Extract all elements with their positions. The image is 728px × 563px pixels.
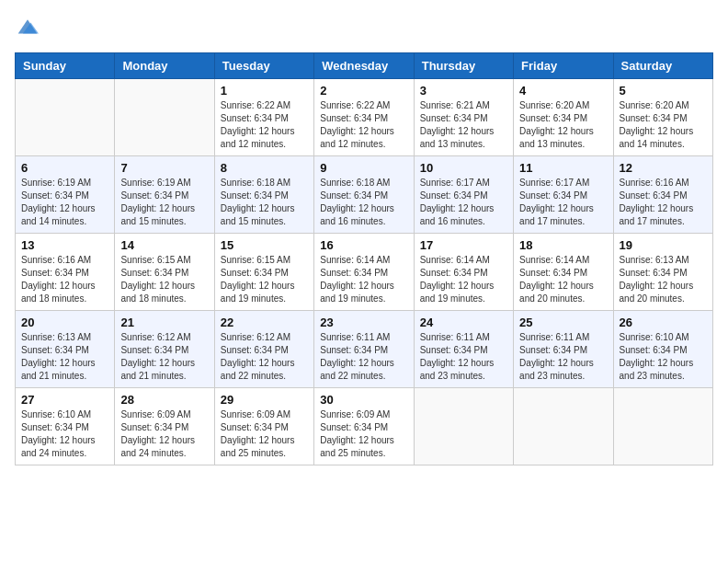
day-number: 26 [620, 316, 707, 329]
day-number: 15 [221, 238, 308, 252]
day-detail: Sunrise: 6:12 AMSunset: 6:34 PMDaylight:… [221, 332, 295, 381]
calendar-header-monday: Monday [115, 53, 214, 79]
calendar-week-row: 13Sunrise: 6:16 AMSunset: 6:34 PMDayligh… [16, 234, 713, 311]
day-detail: Sunrise: 6:19 AMSunset: 6:34 PMDaylight:… [120, 178, 195, 226]
calendar-cell: 25Sunrise: 6:11 AMSunset: 6:34 PMDayligh… [514, 311, 613, 388]
day-number: 18 [519, 238, 607, 252]
calendar-cell: 3Sunrise: 6:21 AMSunset: 6:34 PMDaylight… [414, 79, 513, 156]
calendar-table: SundayMondayTuesdayWednesdayThursdayFrid… [15, 52, 713, 465]
logo-icon [17, 15, 39, 37]
day-number: 28 [120, 393, 208, 407]
calendar-cell: 9Sunrise: 6:18 AMSunset: 6:34 PMDaylight… [314, 156, 414, 234]
calendar-cell: 30Sunrise: 6:09 AMSunset: 6:34 PMDayligh… [314, 388, 414, 465]
calendar-cell: 11Sunrise: 6:17 AMSunset: 6:34 PMDayligh… [514, 156, 613, 234]
day-number: 29 [221, 393, 308, 407]
day-detail: Sunrise: 6:13 AMSunset: 6:34 PMDaylight:… [21, 332, 96, 381]
day-detail: Sunrise: 6:21 AMSunset: 6:34 PMDaylight:… [420, 100, 495, 149]
calendar-cell: 10Sunrise: 6:17 AMSunset: 6:34 PMDayligh… [414, 156, 513, 234]
day-detail: Sunrise: 6:15 AMSunset: 6:34 PMDaylight:… [120, 255, 195, 304]
day-detail: Sunrise: 6:11 AMSunset: 6:34 PMDaylight:… [320, 332, 394, 381]
page-header [15, 15, 713, 41]
calendar-cell: 29Sunrise: 6:09 AMSunset: 6:34 PMDayligh… [214, 388, 313, 465]
day-number: 24 [420, 316, 507, 329]
day-number: 13 [21, 238, 108, 252]
calendar-header-sunday: Sunday [16, 53, 115, 79]
logo-text [15, 15, 39, 41]
calendar-cell: 12Sunrise: 6:16 AMSunset: 6:34 PMDayligh… [613, 156, 712, 234]
day-detail: Sunrise: 6:17 AMSunset: 6:34 PMDaylight:… [519, 178, 594, 226]
day-number: 14 [120, 238, 208, 252]
calendar-cell: 28Sunrise: 6:09 AMSunset: 6:34 PMDayligh… [115, 388, 214, 465]
day-detail: Sunrise: 6:13 AMSunset: 6:34 PMDaylight:… [620, 255, 694, 304]
day-detail: Sunrise: 6:19 AMSunset: 6:34 PMDaylight:… [21, 178, 96, 226]
calendar-cell: 17Sunrise: 6:14 AMSunset: 6:34 PMDayligh… [414, 234, 513, 311]
day-detail: Sunrise: 6:11 AMSunset: 6:34 PMDaylight:… [519, 332, 594, 381]
calendar-cell [514, 388, 613, 465]
calendar-cell: 15Sunrise: 6:15 AMSunset: 6:34 PMDayligh… [214, 234, 313, 311]
calendar-week-row: 27Sunrise: 6:10 AMSunset: 6:34 PMDayligh… [16, 388, 713, 465]
day-detail: Sunrise: 6:16 AMSunset: 6:34 PMDaylight:… [21, 255, 96, 304]
day-detail: Sunrise: 6:09 AMSunset: 6:34 PMDaylight:… [320, 409, 394, 458]
calendar-cell: 7Sunrise: 6:19 AMSunset: 6:34 PMDaylight… [115, 156, 214, 234]
day-number: 25 [519, 316, 607, 329]
day-number: 20 [21, 316, 108, 329]
calendar-cell: 23Sunrise: 6:11 AMSunset: 6:34 PMDayligh… [314, 311, 414, 388]
calendar-week-row: 20Sunrise: 6:13 AMSunset: 6:34 PMDayligh… [16, 311, 713, 388]
day-detail: Sunrise: 6:16 AMSunset: 6:34 PMDaylight:… [620, 178, 694, 226]
calendar-cell: 24Sunrise: 6:11 AMSunset: 6:34 PMDayligh… [414, 311, 513, 388]
day-detail: Sunrise: 6:09 AMSunset: 6:34 PMDaylight:… [221, 409, 295, 458]
day-detail: Sunrise: 6:22 AMSunset: 6:34 PMDaylight:… [221, 100, 295, 149]
calendar-week-row: 1Sunrise: 6:22 AMSunset: 6:34 PMDaylight… [16, 79, 713, 156]
day-number: 11 [519, 161, 607, 175]
day-number: 27 [21, 393, 108, 407]
day-number: 7 [120, 161, 208, 175]
calendar-cell [613, 388, 712, 465]
calendar-header-row: SundayMondayTuesdayWednesdayThursdayFrid… [16, 53, 713, 79]
calendar-cell: 2Sunrise: 6:22 AMSunset: 6:34 PMDaylight… [314, 79, 414, 156]
day-number: 4 [519, 84, 607, 98]
day-number: 17 [420, 238, 507, 252]
calendar-cell: 13Sunrise: 6:16 AMSunset: 6:34 PMDayligh… [16, 234, 115, 311]
day-detail: Sunrise: 6:12 AMSunset: 6:34 PMDaylight:… [120, 332, 195, 381]
day-detail: Sunrise: 6:17 AMSunset: 6:34 PMDaylight:… [420, 178, 495, 226]
logo [15, 15, 39, 41]
day-detail: Sunrise: 6:20 AMSunset: 6:34 PMDaylight:… [620, 100, 694, 149]
calendar-cell: 19Sunrise: 6:13 AMSunset: 6:34 PMDayligh… [613, 234, 712, 311]
day-number: 5 [620, 84, 707, 98]
calendar-header-friday: Friday [514, 53, 613, 79]
day-number: 3 [420, 84, 507, 98]
calendar-cell: 1Sunrise: 6:22 AMSunset: 6:34 PMDaylight… [214, 79, 313, 156]
calendar-cell: 5Sunrise: 6:20 AMSunset: 6:34 PMDaylight… [613, 79, 712, 156]
day-number: 2 [320, 84, 407, 98]
calendar-cell: 18Sunrise: 6:14 AMSunset: 6:34 PMDayligh… [514, 234, 613, 311]
calendar-cell: 8Sunrise: 6:18 AMSunset: 6:34 PMDaylight… [214, 156, 313, 234]
day-number: 21 [120, 316, 208, 329]
day-detail: Sunrise: 6:18 AMSunset: 6:34 PMDaylight:… [320, 178, 394, 226]
calendar-header-tuesday: Tuesday [214, 53, 313, 79]
calendar-cell: 14Sunrise: 6:15 AMSunset: 6:34 PMDayligh… [115, 234, 214, 311]
calendar-header-wednesday: Wednesday [314, 53, 414, 79]
calendar-cell [115, 79, 214, 156]
day-number: 19 [620, 238, 707, 252]
day-number: 10 [420, 161, 507, 175]
day-detail: Sunrise: 6:22 AMSunset: 6:34 PMDaylight:… [320, 100, 394, 149]
day-detail: Sunrise: 6:09 AMSunset: 6:34 PMDaylight:… [120, 409, 195, 458]
day-detail: Sunrise: 6:11 AMSunset: 6:34 PMDaylight:… [420, 332, 495, 381]
day-number: 6 [21, 161, 108, 175]
calendar-cell: 4Sunrise: 6:20 AMSunset: 6:34 PMDaylight… [514, 79, 613, 156]
day-number: 16 [320, 238, 407, 252]
day-detail: Sunrise: 6:14 AMSunset: 6:34 PMDaylight:… [320, 255, 394, 304]
day-number: 1 [221, 84, 308, 98]
calendar-cell: 16Sunrise: 6:14 AMSunset: 6:34 PMDayligh… [314, 234, 414, 311]
day-detail: Sunrise: 6:14 AMSunset: 6:34 PMDaylight:… [420, 255, 495, 304]
calendar-cell: 20Sunrise: 6:13 AMSunset: 6:34 PMDayligh… [16, 311, 115, 388]
day-detail: Sunrise: 6:14 AMSunset: 6:34 PMDaylight:… [519, 255, 594, 304]
day-detail: Sunrise: 6:18 AMSunset: 6:34 PMDaylight:… [221, 178, 295, 226]
calendar-cell: 21Sunrise: 6:12 AMSunset: 6:34 PMDayligh… [115, 311, 214, 388]
day-number: 22 [221, 316, 308, 329]
day-number: 30 [320, 393, 407, 407]
day-number: 8 [221, 161, 308, 175]
calendar-cell: 26Sunrise: 6:10 AMSunset: 6:34 PMDayligh… [613, 311, 712, 388]
day-detail: Sunrise: 6:10 AMSunset: 6:34 PMDaylight:… [620, 332, 694, 381]
calendar-cell [16, 79, 115, 156]
